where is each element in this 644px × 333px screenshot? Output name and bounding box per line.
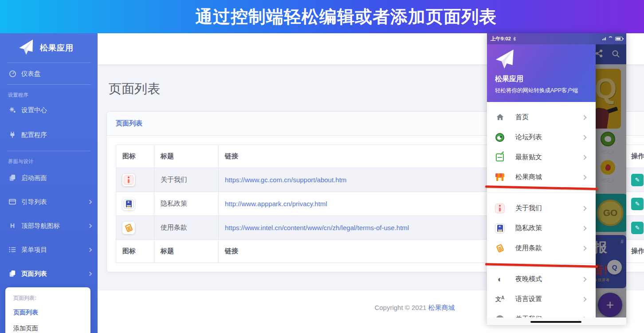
dashboard-icon: [8, 70, 17, 78]
pencil-icon: ✎: [635, 200, 640, 207]
sidebar-item-settings-center[interactable]: 设置中心: [0, 99, 98, 121]
drawer-tagline: 轻松将你的网站转换成APP客户端: [495, 87, 578, 94]
status-time: 上午9:02: [491, 35, 511, 42]
phone-status-bar: 上午9:02: [487, 33, 626, 44]
copyright-text: Copyright © 2021: [374, 304, 426, 311]
chevron-right-icon: [88, 223, 92, 228]
navigation-drawer: 松果应用 轻松将你的网站转换成APP客户端 首页 论坛列表: [487, 44, 596, 317]
footer-brand-link[interactable]: 松果商城: [428, 304, 455, 311]
drawer-item-mall[interactable]: 松果商城: [487, 167, 596, 187]
drawer-item-about[interactable]: 关于我们: [487, 198, 596, 218]
row-link[interactable]: https://www.intel.cn/content/www/cn/zh/l…: [225, 224, 409, 231]
edit-button[interactable]: ✎: [631, 222, 644, 234]
drawer-menu-group-settings: ◐ 夜晚模式 文A 语言设置 i 关于我们: [487, 264, 596, 317]
signal-icon: [602, 37, 606, 40]
chevron-right-icon: [581, 226, 586, 231]
privacy-icon: [122, 198, 135, 210]
pencil-icon: ✎: [635, 176, 640, 183]
row-link[interactable]: https://www.gc.com.cn/support/about.htm: [225, 176, 346, 184]
drawer-item-home[interactable]: 首页: [487, 107, 596, 127]
sidebar-item-label: 菜单项目: [21, 246, 47, 254]
drawer-item-label: 首页: [515, 113, 529, 121]
column-footer-actions: 操作: [625, 240, 644, 263]
brand-name: 松果应用: [40, 43, 74, 53]
chevron-right-icon: [581, 297, 586, 302]
night-mode-icon: ◐: [494, 275, 506, 283]
pencil-icon: ✎: [635, 224, 640, 231]
submenu-item-add-page[interactable]: 添加页面: [5, 321, 90, 333]
copy-icon: [8, 174, 17, 181]
sidebar-heading-design: 界面与设计: [0, 151, 98, 166]
drawer-item-about-app[interactable]: i 关于我们: [487, 309, 596, 317]
language-icon: 文A: [494, 295, 506, 303]
edit-button[interactable]: ✎: [631, 174, 644, 186]
drawer-item-latest-posts[interactable]: 最新贴文: [487, 147, 596, 167]
submenu-item-page-list[interactable]: 页面列表: [5, 305, 90, 321]
bluetooth-icon: [513, 36, 516, 42]
sidebar-item-label: 页面列表: [21, 270, 47, 278]
sidebar-brand[interactable]: 松果应用: [0, 33, 98, 63]
drawer-item-privacy[interactable]: 隐私政策: [487, 218, 596, 238]
sidebar-item-configure[interactable]: 配置程序: [0, 124, 98, 145]
drawer-item-label: 最新贴文: [515, 153, 542, 161]
column-header-title: 标题: [154, 145, 219, 168]
paper-plane-logo-icon: [494, 49, 517, 71]
list-icon: [8, 246, 17, 253]
pages-icon: [8, 270, 17, 277]
drawer-item-forum-list[interactable]: 论坛列表: [487, 127, 596, 147]
drawer-item-label: 使用条款: [515, 244, 542, 252]
sidebar-item-page-list[interactable]: 页面列表: [0, 262, 98, 286]
banner-title: 通过控制端轻松编辑或者添加页面列表: [147, 5, 497, 29]
drawer-item-terms[interactable]: 使用条款: [487, 238, 596, 258]
home-icon: [494, 113, 506, 122]
drawer-item-label: 语言设置: [515, 295, 542, 303]
drawer-item-night-mode[interactable]: ◐ 夜晚模式: [487, 269, 596, 289]
sidebar-heading-settings: 设置程序: [0, 85, 98, 99]
drawer-item-language[interactable]: 文A 语言设置: [487, 289, 596, 309]
sidebar-item-label: 配置程序: [21, 131, 47, 139]
drawer-menu-group-top: 首页 论坛列表 最新贴文 松果商城: [487, 102, 596, 192]
wifi-icon: [608, 36, 613, 41]
status-right-icons: [602, 36, 623, 41]
chevron-right-icon: [88, 247, 92, 252]
chevron-right-icon: [581, 277, 586, 282]
terms-icon: [494, 243, 506, 253]
sidebar-item-top-nav-icons[interactable]: H 顶部导航图标: [0, 214, 98, 238]
about-icon: [122, 174, 135, 186]
terms-icon: [122, 222, 135, 234]
row-link[interactable]: http://www.apppark.cn/privacy.html: [225, 200, 327, 208]
plug-icon: [8, 131, 17, 138]
drawer-menu-group-pages: 关于我们 隐私政策 使用条款: [487, 193, 596, 263]
column-footer-icon: 图标: [116, 240, 154, 263]
column-header-icon: 图标: [116, 145, 154, 168]
forum-icon: [494, 133, 506, 142]
sidebar-item-label: 启动画面: [21, 174, 47, 182]
column-footer-title: 标题: [154, 240, 219, 263]
submenu-title: 页面列表:: [5, 293, 90, 305]
about-icon: [494, 204, 506, 213]
sidebar-submenu: 页面列表: 页面列表 添加页面: [5, 287, 90, 333]
sidebar-item-menu-items[interactable]: 菜单项目: [0, 238, 98, 262]
row-title: 关于我们: [154, 168, 219, 192]
column-header-actions: 操作: [625, 145, 644, 168]
posts-icon: [494, 153, 506, 161]
window-icon: [8, 198, 17, 205]
heading-icon: H: [8, 222, 17, 229]
sidebar-item-dashboard[interactable]: 仪表盘: [0, 63, 98, 84]
drawer-item-label: 关于我们: [515, 204, 542, 212]
drawer-app-name: 松果应用: [495, 74, 523, 84]
chevron-right-icon: [88, 200, 92, 204]
drawer-item-label: 夜晚模式: [515, 275, 542, 283]
sidebar-item-label: 顶部导航图标: [21, 222, 60, 230]
chevron-right-icon: [581, 246, 586, 251]
top-banner: 通过控制端轻松编辑或者添加页面列表: [0, 0, 644, 33]
row-title: 隐私政策: [154, 192, 219, 216]
sidebar-item-splash[interactable]: 启动画面: [0, 166, 98, 190]
chevron-right-icon: [88, 271, 92, 276]
sidebar-item-guide-list[interactable]: 引导列表: [0, 190, 98, 214]
paper-plane-logo-icon: [18, 39, 36, 57]
drawer-item-label: 松果商城: [515, 173, 542, 181]
chevron-right-icon: [581, 175, 586, 180]
home-indicator[interactable]: [530, 321, 581, 323]
edit-button[interactable]: ✎: [631, 198, 644, 210]
